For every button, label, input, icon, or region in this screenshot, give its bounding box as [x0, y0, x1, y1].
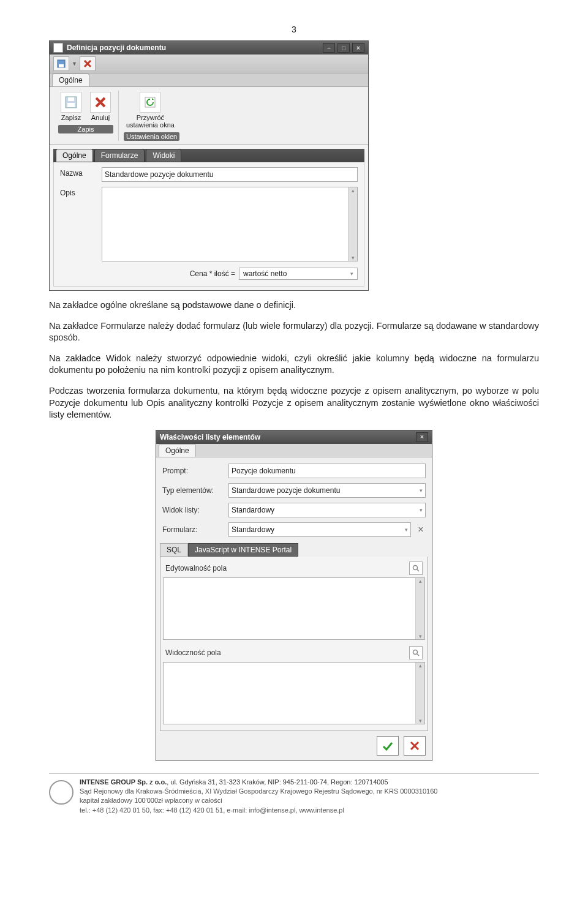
formula-select[interactable]: wartość netto ▾ — [239, 268, 358, 280]
section-editability: Edytowalność pola — [163, 559, 425, 577]
svg-point-6 — [413, 565, 418, 569]
tab-general-2[interactable]: Ogólne — [159, 444, 196, 457]
tab-javascript[interactable]: JavaScript w INTENSE Portal — [188, 543, 298, 557]
close-button-2[interactable]: × — [416, 432, 428, 442]
minimize-button[interactable]: – — [323, 43, 335, 53]
chevron-down-icon: ▾ — [420, 507, 423, 513]
ribbon-restore-label: Przywróćustawienia okna — [126, 114, 175, 129]
paragraph-2: Na zakładce Formularze należy dodać form… — [49, 320, 539, 344]
paragraph-1: Na zakładce ogólne określane są podstawo… — [49, 299, 539, 312]
zoom-vis-button[interactable] — [409, 646, 423, 659]
window-definition: Definicja pozycji dokumentu – □ × ▼ Ogól… — [49, 40, 369, 291]
zoom-edit-button[interactable] — [409, 562, 423, 575]
ribbon-tabs: Ogólne — [50, 73, 368, 87]
qat-cancel-button[interactable] — [80, 56, 96, 71]
label-type: Typ elementów: — [162, 486, 224, 495]
ribbon: Zapisz Anuluj Zapis Przywróćustawienia o… — [50, 87, 368, 145]
label-desc: Opis — [60, 187, 97, 197]
ribbon-save-button[interactable]: Zapisz — [58, 91, 84, 122]
paragraph-3: Na zakładce Widok należy stworzyć odpowi… — [49, 353, 539, 377]
paragraph-4: Podczas tworzenia formularza dokumentu, … — [49, 385, 539, 421]
ribbon-tab-general[interactable]: Ogólne — [52, 73, 89, 86]
page-number: 3 — [49, 24, 539, 34]
company-logo-icon — [49, 780, 74, 805]
floppy-icon — [57, 59, 66, 68]
formula-label: Cena * ilość = — [190, 269, 235, 278]
ribbon-save-label: Zapisz — [61, 114, 81, 121]
textarea-desc[interactable] — [102, 187, 358, 261]
label-form: Formularz: — [162, 525, 224, 534]
magnifier-icon — [412, 565, 420, 572]
check-icon — [381, 739, 394, 753]
maximize-button[interactable]: □ — [337, 43, 350, 53]
ok-button[interactable] — [377, 736, 399, 756]
refresh-icon — [143, 96, 157, 109]
code-editability[interactable] — [163, 577, 425, 640]
svg-line-7 — [417, 569, 419, 571]
chevron-down-icon: ▾ — [350, 271, 353, 277]
section-visibility: Widoczność pola — [163, 644, 425, 662]
label-view: Widok listy: — [162, 506, 224, 514]
scrollbar[interactable] — [415, 578, 424, 639]
ribbon-group-save: Zapis — [58, 125, 113, 133]
x-red-icon — [408, 739, 421, 753]
window-title: Definicja pozycji dokumentu — [67, 43, 166, 52]
label-name: Nazwa — [60, 167, 97, 178]
chevron-down-icon: ▾ — [405, 527, 408, 533]
select-type[interactable]: Standardowe pozycje dokumentu▾ — [228, 483, 426, 498]
footer-line-2: Sąd Rejonowy dla Krakowa-Śródmieścia, XI… — [80, 787, 437, 796]
subtab-general[interactable]: Ogólne — [56, 149, 93, 162]
chevron-down-icon: ▾ — [420, 487, 423, 494]
formula-value: wartość netto — [243, 269, 287, 278]
input-prompt[interactable]: Pozycje dokumentu — [228, 464, 426, 478]
qat-dropdown-icon[interactable]: ▼ — [72, 61, 77, 67]
svg-rect-4 — [68, 97, 74, 101]
footer-line-3: kapitał zakładowy 100'000zł wpłacony w c… — [80, 796, 437, 805]
label-prompt: Prompt: — [162, 467, 224, 475]
select-view[interactable]: Standardowy▾ — [228, 503, 426, 517]
input-name[interactable]: Standardowe pozycje dokumentu — [102, 167, 358, 182]
svg-rect-1 — [59, 64, 64, 67]
x-red-icon — [94, 96, 107, 109]
floppy-icon — [64, 96, 78, 109]
svg-point-8 — [413, 650, 418, 654]
tab-sql[interactable]: SQL — [160, 543, 188, 557]
titlebar-2[interactable]: Właściwości listy elementów × — [156, 430, 432, 444]
close-button[interactable]: × — [352, 43, 364, 53]
window-title-2: Właściwości listy elementów — [160, 433, 260, 441]
quick-access-toolbar: ▼ — [50, 54, 368, 73]
subtab-forms[interactable]: Formularze — [94, 149, 145, 162]
ribbon-cancel-label: Anuluj — [91, 114, 110, 121]
subtab-views[interactable]: Widoki — [146, 149, 181, 162]
clear-form-button[interactable]: × — [416, 524, 426, 535]
window-properties: Właściwości listy elementów × Ogólne Pro… — [156, 430, 432, 761]
svg-rect-3 — [67, 103, 75, 107]
cancel-button-2[interactable] — [404, 736, 426, 756]
svg-line-9 — [417, 654, 419, 656]
footer-line-4: tel.: +48 (12) 420 01 50, fax: +48 (12) … — [80, 806, 437, 815]
select-form[interactable]: Standardowy▾ — [228, 522, 411, 537]
code-visibility[interactable] — [163, 662, 425, 724]
x-red-icon — [83, 59, 92, 68]
page-footer: INTENSE GROUP Sp. z o.o., ul. Gdyńska 31… — [49, 773, 539, 816]
footer-line-1: INTENSE GROUP Sp. z o.o., ul. Gdyńska 31… — [80, 778, 437, 787]
subtab-strip: Ogólne Formularze Widoki — [53, 149, 364, 162]
ribbon-restore-button[interactable]: Przywróćustawienia okna — [124, 91, 177, 130]
titlebar[interactable]: Definicja pozycji dokumentu – □ × — [50, 41, 368, 54]
scrollbar[interactable] — [415, 663, 424, 724]
ribbon-cancel-button[interactable]: Anuluj — [88, 91, 113, 122]
app-icon — [53, 43, 63, 53]
ribbon-group-windows: Ustawienia okien — [124, 132, 179, 141]
scrollbar[interactable] — [348, 187, 357, 261]
magnifier-icon — [412, 649, 420, 656]
qat-save-button[interactable] — [53, 56, 69, 71]
